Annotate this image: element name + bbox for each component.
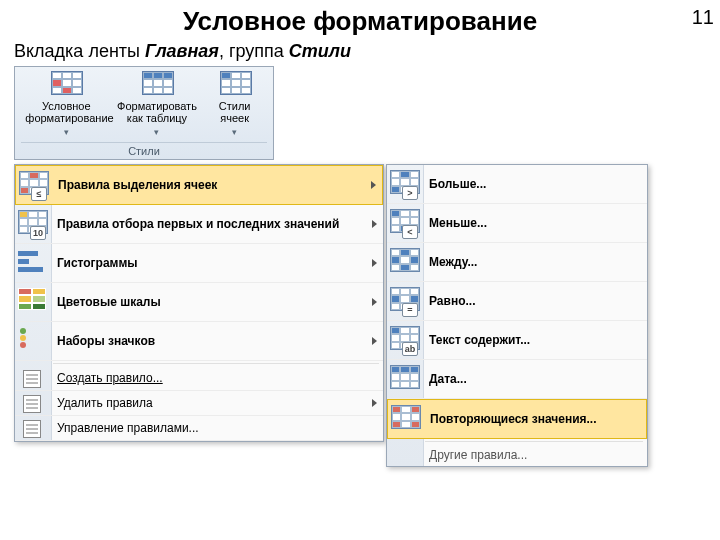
menu-label: Наборы значков: [57, 334, 155, 348]
submenu-label: Между...: [429, 255, 477, 269]
submenu-more-rules[interactable]: Другие правила...: [387, 444, 647, 466]
menu-color-scales[interactable]: Цветовые шкалы: [15, 283, 383, 322]
menu-label: Удалить правила: [57, 396, 153, 410]
clear-rules-icon: [23, 395, 41, 411]
menu-label: Управление правилами...: [57, 421, 199, 435]
submenu-label: Текст содержит...: [429, 333, 530, 347]
menu-top-bottom-rules[interactable]: 10 Правила отбора первых и последних зна…: [15, 205, 383, 244]
manage-rules-icon: [23, 420, 41, 436]
conditional-formatting-menu: ≤ Правила выделения ячеек 10 Правила отб…: [14, 164, 384, 442]
data-bars-icon: [18, 249, 48, 277]
submenu-label: Больше...: [429, 177, 486, 191]
text-contains-icon: ab: [390, 326, 420, 354]
page-title: Условное форматирование: [0, 6, 720, 37]
menu-label: Цветовые шкалы: [57, 295, 161, 309]
top-bottom-icon: 10: [18, 210, 48, 238]
menu-label: Гистограммы: [57, 256, 138, 270]
dropdown-caret-icon: ▾: [116, 126, 198, 138]
ribbon-group-label: Стили: [21, 142, 267, 157]
greater-than-icon: >: [390, 170, 420, 198]
submenu-between[interactable]: Между...: [387, 243, 647, 282]
submenu-duplicate-values[interactable]: Повторяющиеся значения...: [387, 399, 647, 439]
equal-to-icon: =: [390, 287, 420, 315]
submenu-arrow-icon: [371, 181, 376, 189]
dropdown-caret-icon: ▾: [207, 126, 263, 138]
menu-clear-rules[interactable]: Удалить правила: [15, 391, 383, 416]
submenu-greater-than[interactable]: > Больше...: [387, 165, 647, 204]
conditional-formatting-button[interactable]: Условное форматирование ▾: [25, 71, 107, 138]
highlight-cells-submenu: > Больше... < Меньше... Между... = Равно…: [386, 164, 648, 467]
submenu-less-than[interactable]: < Меньше...: [387, 204, 647, 243]
menu-data-bars[interactable]: Гистограммы: [15, 244, 383, 283]
submenu-text-contains[interactable]: ab Текст содержит...: [387, 321, 647, 360]
subtitle-group: Стили: [289, 41, 351, 61]
format-as-table-label: Форматировать как таблицу: [116, 100, 198, 124]
subtitle-mid: , группа: [219, 41, 289, 61]
submenu-date-occurring[interactable]: Дата...: [387, 360, 647, 399]
submenu-label: Равно...: [429, 294, 475, 308]
highlight-cells-icon: ≤: [19, 171, 49, 199]
submenu-label: Дата...: [429, 372, 467, 386]
date-icon: [390, 365, 420, 393]
subtitle: Вкладка ленты Главная, группа Стили: [14, 41, 720, 62]
submenu-arrow-icon: [372, 259, 377, 267]
submenu-arrow-icon: [372, 220, 377, 228]
menu-label: Создать правило...: [57, 371, 163, 385]
submenu-label: Повторяющиеся значения...: [430, 412, 597, 426]
dropdown-caret-icon: ▾: [25, 126, 107, 138]
submenu-equal-to[interactable]: = Равно...: [387, 282, 647, 321]
ribbon-styles-group: Условное форматирование ▾ Форматировать …: [14, 66, 274, 160]
submenu-arrow-icon: [372, 399, 377, 407]
new-rule-icon: [23, 370, 41, 386]
submenu-arrow-icon: [372, 298, 377, 306]
menu-new-rule[interactable]: Создать правило...: [15, 366, 383, 391]
menu-label: Правила отбора первых и последних значен…: [57, 217, 339, 231]
format-as-table-button[interactable]: Форматировать как таблицу ▾: [116, 71, 198, 138]
subtitle-tab: Главная: [145, 41, 219, 61]
submenu-label: Меньше...: [429, 216, 487, 230]
color-scales-icon: [18, 288, 48, 316]
menu-label: Правила выделения ячеек: [58, 178, 217, 192]
duplicate-values-icon: [391, 405, 421, 433]
less-than-icon: <: [390, 209, 420, 237]
subtitle-prefix: Вкладка ленты: [14, 41, 145, 61]
icon-sets-icon: [18, 327, 48, 355]
menu-icon-sets[interactable]: Наборы значков: [15, 322, 383, 361]
cell-styles-label: Стили ячеек: [207, 100, 263, 124]
page-number: 11: [692, 6, 714, 29]
submenu-arrow-icon: [372, 337, 377, 345]
menu-highlight-cells-rules[interactable]: ≤ Правила выделения ячеек: [15, 165, 383, 205]
cell-styles-button[interactable]: Стили ячеек ▾: [207, 71, 263, 138]
menu-manage-rules[interactable]: Управление правилами...: [15, 416, 383, 441]
between-icon: [390, 248, 420, 276]
conditional-formatting-label: Условное форматирование: [25, 100, 107, 124]
